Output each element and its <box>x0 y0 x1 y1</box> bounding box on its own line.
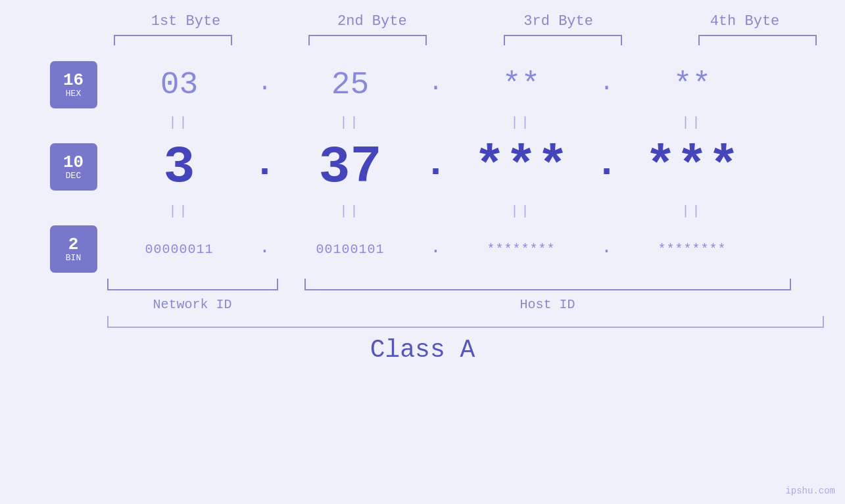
bracket-top-2 <box>308 35 427 45</box>
bin-b2: 00100101 <box>316 242 384 257</box>
bracket-top-3 <box>504 35 622 45</box>
dec-b1: 3 <box>163 137 195 197</box>
bracket-top-1 <box>114 35 232 45</box>
dec-b3: *** <box>473 137 568 197</box>
host-id-label: Host ID <box>304 297 791 312</box>
bin-dot3: . <box>601 237 612 258</box>
host-bracket <box>304 279 791 290</box>
byte4-header: 4th Byte <box>672 13 817 30</box>
bracket-top-4 <box>698 35 817 45</box>
hex-b1: 03 <box>160 67 199 103</box>
byte2-header: 2nd Byte <box>300 13 445 30</box>
bin-b1: 00000011 <box>145 242 213 257</box>
hex-b4: ** <box>673 67 712 103</box>
hex-b3: ** <box>502 67 541 103</box>
bin-badge: 2 BIN <box>50 225 97 273</box>
hex-dot2: . <box>429 70 443 97</box>
dec-dot2: . <box>423 141 447 186</box>
eq1-b1: || <box>168 115 189 130</box>
dec-badge: 10 DEC <box>50 143 97 191</box>
network-bracket <box>107 279 278 290</box>
bin-dot2: . <box>430 237 441 258</box>
page-container: 1st Byte 2nd Byte 3rd Byte 4th Byte 16 H… <box>0 0 845 504</box>
eq2-b4: || <box>681 204 702 219</box>
dec-badge-number: 10 <box>63 153 84 172</box>
network-id-label: Network ID <box>107 297 278 312</box>
hex-dot1: . <box>258 70 272 97</box>
bin-badge-label: BIN <box>66 254 81 263</box>
hex-b2: 25 <box>331 67 370 103</box>
bin-badge-number: 2 <box>68 235 79 254</box>
hex-badge-number: 16 <box>63 71 84 90</box>
eq1-b2: || <box>339 115 360 130</box>
hex-badge: 16 HEX <box>50 61 97 108</box>
eq2-b2: || <box>339 204 360 219</box>
dec-dot1: . <box>253 141 276 186</box>
watermark: ipshu.com <box>785 486 835 496</box>
hex-dot3: . <box>600 70 614 97</box>
outer-bracket <box>107 316 824 328</box>
eq2-b3: || <box>510 204 531 219</box>
eq1-b4: || <box>681 115 702 130</box>
eq1-b3: || <box>510 115 531 130</box>
inner-layout: 1st Byte 2nd Byte 3rd Byte 4th Byte 16 H… <box>0 0 845 504</box>
bin-b4: ******** <box>658 242 726 257</box>
byte3-header: 3rd Byte <box>486 13 631 30</box>
dec-b4: *** <box>644 137 739 197</box>
dec-dot3: . <box>594 141 618 186</box>
byte1-header: 1st Byte <box>114 13 258 30</box>
eq2-b1: || <box>168 204 189 219</box>
dec-b2: 37 <box>318 137 381 197</box>
class-label: Class A <box>370 336 475 364</box>
bin-dot1: . <box>259 237 270 258</box>
hex-badge-label: HEX <box>66 89 81 99</box>
bin-b3: ******** <box>487 242 555 257</box>
dec-badge-label: DEC <box>66 172 81 181</box>
